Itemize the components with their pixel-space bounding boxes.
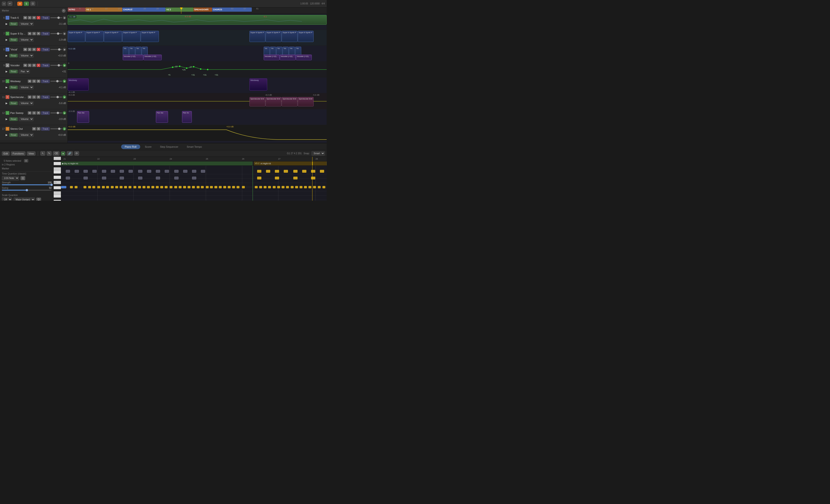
output-btn-10[interactable]: ◉ xyxy=(63,80,66,83)
clip-lane6-main[interactable]: -3.1 dB xyxy=(68,15,327,25)
output-btn-12[interactable]: ◉ xyxy=(63,111,66,115)
note-c1-18[interactable] xyxy=(152,186,154,188)
note-g-6[interactable] xyxy=(111,170,115,173)
note-gold-4[interactable] xyxy=(284,170,288,173)
track-mode-btn-17[interactable]: Track xyxy=(41,127,50,131)
note-c1-21[interactable] xyxy=(165,186,167,188)
note-g2-gold-3[interactable] xyxy=(293,177,297,180)
add-marker-button[interactable]: + xyxy=(62,9,66,12)
clip-vocoder-3[interactable]: Vocoder (+12) xyxy=(264,55,280,60)
output-btn-8[interactable]: ◉ xyxy=(63,48,66,51)
output-btn-17[interactable]: ◉ xyxy=(63,127,66,130)
record-tool[interactable]: ● xyxy=(61,151,65,156)
solo-btn-17[interactable]: S xyxy=(37,127,40,130)
note-g-7[interactable] xyxy=(120,170,124,173)
mute-btn-10[interactable]: M xyxy=(28,80,32,83)
piano-key-black-6[interactable] xyxy=(54,189,61,191)
clip-westway-2[interactable]: Westway xyxy=(250,78,267,91)
param-select-10[interactable]: Volume xyxy=(19,85,34,89)
undo-button[interactable]: ↩ xyxy=(7,1,12,6)
note-g-11[interactable] xyxy=(156,170,160,173)
track-lane-10[interactable]: Westway Westway -4.1 dB xyxy=(68,77,327,93)
note-c1-1[interactable] xyxy=(70,186,73,188)
note-c1-s2-10[interactable] xyxy=(295,186,298,188)
note-c1-s2-6[interactable] xyxy=(277,186,280,188)
clip-spec-4[interactable]: Spectacular Entr xyxy=(298,97,314,106)
pr-region-2[interactable]: ▶ Sky At Night Kit xyxy=(254,161,327,165)
auto-btn-10[interactable]: Read xyxy=(9,86,18,89)
note-gold-5[interactable] xyxy=(293,170,297,173)
loop-tool[interactable]: ⟳ xyxy=(74,151,79,156)
output-btn-6[interactable]: ◉ xyxy=(63,16,66,19)
piano-key-white-2[interactable] xyxy=(54,162,61,165)
note-g-1[interactable] xyxy=(66,170,70,173)
record-btn-9[interactable]: R xyxy=(32,64,36,67)
piano-key-white-6[interactable] xyxy=(54,186,61,189)
note-c1-20[interactable] xyxy=(160,186,163,188)
track-lane-9[interactable]: 0 +5 -22 +25 -27 +31 +31 +31 xyxy=(68,62,327,77)
mute-btn-6[interactable]: M xyxy=(23,16,27,19)
scale-quantize-btn[interactable]: Q xyxy=(36,198,41,201)
clip-7-3[interactable]: Super 8 Synth P xyxy=(104,31,122,42)
mute-btn-7[interactable]: M xyxy=(28,32,32,35)
clip-7-4[interactable]: Super 8 Synth P xyxy=(122,31,140,42)
note-g-13[interactable] xyxy=(174,170,179,173)
mute-btn-12[interactable]: M xyxy=(28,111,32,115)
piano-key-black-4[interactable] xyxy=(54,179,61,181)
auto-btn-11[interactable]: Read xyxy=(9,101,18,105)
note-c1-4[interactable] xyxy=(88,186,91,188)
note-c1-35[interactable] xyxy=(228,186,230,188)
auto-btn-7[interactable]: Read xyxy=(9,38,18,41)
note-c1-s2-3[interactable] xyxy=(264,186,266,188)
share-button[interactable]: S xyxy=(24,2,29,6)
track-mode-btn-6[interactable]: Track xyxy=(41,16,50,20)
swing-slider[interactable] xyxy=(2,190,52,191)
note-g-15[interactable] xyxy=(192,170,196,173)
note-c1-s2-1[interactable] xyxy=(255,186,258,188)
view-btn[interactable]: View xyxy=(27,151,36,156)
note-c1-30[interactable] xyxy=(206,186,209,188)
piano-key-white-9[interactable] xyxy=(54,200,61,201)
auto-btn-17[interactable]: Read xyxy=(9,133,18,137)
note-gold-6[interactable] xyxy=(302,170,307,173)
note-g2-gold-4[interactable] xyxy=(311,177,315,180)
auto-btn-8[interactable]: Read xyxy=(9,54,18,57)
note-g-8[interactable] xyxy=(129,170,133,173)
note-c1-28[interactable] xyxy=(197,186,199,188)
volume-slider-9[interactable] xyxy=(51,65,62,66)
solo-btn-10[interactable]: S xyxy=(32,80,36,83)
volume-slider-7[interactable] xyxy=(51,33,62,34)
solo-btn-6[interactable]: S xyxy=(28,16,32,19)
note-g-4[interactable] xyxy=(92,170,97,173)
solo-btn-12[interactable]: S xyxy=(32,111,36,115)
note-c1-37[interactable] xyxy=(236,186,240,188)
input-btn-6[interactable]: I xyxy=(37,16,40,19)
piano-key-white-7[interactable] xyxy=(54,191,61,195)
window-button[interactable]: ⊡ xyxy=(30,1,35,6)
eraser-tool[interactable]: ⌫ xyxy=(53,151,60,156)
note-c1-17[interactable] xyxy=(147,186,150,188)
note-g-10[interactable] xyxy=(147,170,151,173)
note-g2-5[interactable] xyxy=(138,177,142,180)
track-mode-btn-7[interactable]: Track xyxy=(41,32,50,35)
note-c1-15[interactable] xyxy=(138,186,141,188)
solo-btn-11[interactable]: S xyxy=(32,95,36,99)
note-c1-s2-5[interactable] xyxy=(273,186,276,188)
note-c1-3[interactable] xyxy=(84,186,86,188)
auto-btn-12[interactable]: Read xyxy=(9,117,18,121)
note-c1-s2-2[interactable] xyxy=(259,186,262,188)
note-c1-12[interactable] xyxy=(124,186,127,188)
clip-7-5[interactable]: Super 8 Synth P xyxy=(141,31,159,42)
note-c1-10[interactable] xyxy=(115,186,118,188)
tab-smart-tempo[interactable]: Smart Tempo xyxy=(183,145,205,149)
param-select-7[interactable]: Volume xyxy=(19,38,34,42)
note-c1-11[interactable] xyxy=(120,186,123,188)
note-g-12[interactable] xyxy=(165,170,169,173)
piano-key-black-3[interactable] xyxy=(54,174,61,176)
record-btn-7[interactable]: R xyxy=(37,32,40,35)
note-g2-6[interactable] xyxy=(156,177,160,180)
note-g2-4[interactable] xyxy=(120,177,124,180)
output-btn-11[interactable]: ◉ xyxy=(63,95,66,99)
note-c1-s2-11[interactable] xyxy=(299,186,302,188)
clip-vocoder-4[interactable]: Vocoder (+12) xyxy=(280,55,296,60)
